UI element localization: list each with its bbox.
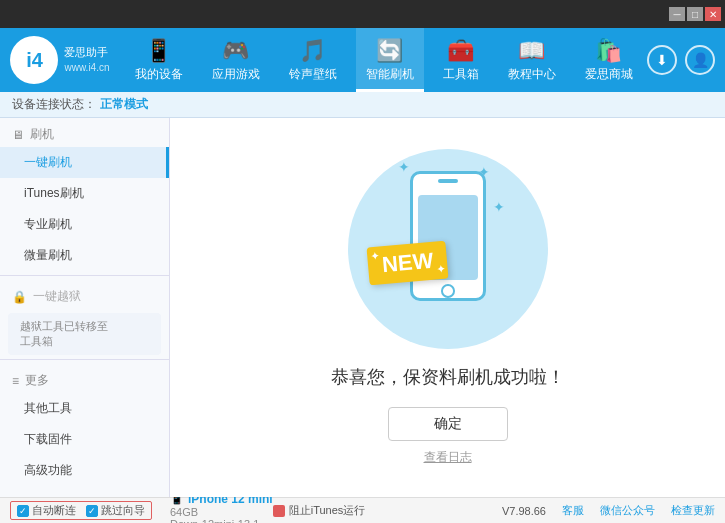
sidebar-section-flash: 🖥 刷机 bbox=[0, 118, 169, 147]
device-storage: 64GB bbox=[170, 506, 273, 518]
nav-my-device[interactable]: 📱 我的设备 bbox=[125, 28, 193, 92]
download-button[interactable]: ⬇ bbox=[647, 45, 677, 75]
nav-tutorial-label: 教程中心 bbox=[508, 66, 556, 83]
toolbox-icon: 🧰 bbox=[447, 38, 474, 64]
wechat-link[interactable]: 微信公众号 bbox=[600, 503, 655, 518]
update-link[interactable]: 检查更新 bbox=[671, 503, 715, 518]
header: i4 爱思助手 www.i4.cn 📱 我的设备 🎮 应用游戏 🎵 铃声壁纸 🔄… bbox=[0, 28, 725, 92]
logo-text: 爱思助手 www.i4.cn bbox=[64, 45, 109, 74]
sidebar-item-pro-flash[interactable]: 专业刷机 bbox=[0, 209, 169, 240]
content-area: ✦ ✦ ✦ NEW 恭喜您，保资料刷机成功啦！ 确定 查看日志 bbox=[170, 118, 725, 497]
device-os: Down-12mini-13,1 bbox=[170, 518, 273, 524]
maximize-button[interactable]: □ bbox=[687, 7, 703, 21]
service-link[interactable]: 客服 bbox=[562, 503, 584, 518]
itunes-stop-area[interactable]: 阻止iTunes运行 bbox=[273, 503, 502, 518]
logo-icon: i4 bbox=[10, 36, 58, 84]
sidebar-item-itunes-flash[interactable]: iTunes刷机 bbox=[0, 178, 169, 209]
nav-ringtone[interactable]: 🎵 铃声壁纸 bbox=[279, 28, 347, 92]
sidebar-section-more: ≡ 更多 bbox=[0, 364, 169, 393]
computer-icon: 🖥 bbox=[12, 128, 24, 142]
nav-apps-games-label: 应用游戏 bbox=[212, 66, 260, 83]
bottom-mid: 阻止iTunes运行 bbox=[273, 503, 502, 518]
sidebar-item-other-tools[interactable]: 其他工具 bbox=[0, 393, 169, 424]
checkbox-area: ✓ 自动断连 ✓ 跳过向导 bbox=[10, 501, 152, 520]
nav-apps-games[interactable]: 🎮 应用游戏 bbox=[202, 28, 270, 92]
new-banner-text: NEW bbox=[366, 241, 448, 286]
nav-toolbox[interactable]: 🧰 工具箱 bbox=[433, 28, 489, 92]
phone-speaker bbox=[438, 179, 458, 183]
skip-wizard-checkbox[interactable]: ✓ bbox=[86, 505, 98, 517]
nav-items: 📱 我的设备 🎮 应用游戏 🎵 铃声壁纸 🔄 智能刷机 🧰 工具箱 📖 教程中心… bbox=[120, 28, 647, 92]
nav-tutorial[interactable]: 📖 教程中心 bbox=[498, 28, 566, 92]
auto-disconnect-checkbox[interactable]: ✓ bbox=[17, 505, 29, 517]
lock-icon: 🔒 bbox=[12, 290, 27, 304]
view-log-link[interactable]: 查看日志 bbox=[424, 449, 472, 466]
flash-icon: 🔄 bbox=[376, 38, 403, 64]
stop-icon bbox=[273, 505, 285, 517]
sidebar-item-wipe-flash[interactable]: 微量刷机 bbox=[0, 240, 169, 271]
nav-smart-flash[interactable]: 🔄 智能刷机 bbox=[356, 28, 424, 92]
sidebar-item-advanced[interactable]: 高级功能 bbox=[0, 455, 169, 486]
bottom-right: V7.98.66 客服 微信公众号 检查更新 bbox=[502, 503, 715, 518]
nav-my-device-label: 我的设备 bbox=[135, 66, 183, 83]
more-icon: ≡ bbox=[12, 374, 19, 388]
sidebar-divider1 bbox=[0, 275, 169, 276]
nav-right: ⬇ 👤 bbox=[647, 45, 725, 75]
close-button[interactable]: ✕ bbox=[705, 7, 721, 21]
statusbar: 设备连接状态： 正常模式 bbox=[0, 92, 725, 118]
main-area: 🖥 刷机 一键刷机 iTunes刷机 专业刷机 微量刷机 🔒 一键越狱 越狱工具… bbox=[0, 118, 725, 497]
nav-smart-flash-label: 智能刷机 bbox=[366, 66, 414, 83]
nav-store-label: 爱思商城 bbox=[585, 66, 633, 83]
user-button[interactable]: 👤 bbox=[685, 45, 715, 75]
phone-illustration: ✦ ✦ ✦ NEW bbox=[348, 149, 548, 349]
sidebar-item-download-firmware[interactable]: 下载固件 bbox=[0, 424, 169, 455]
minimize-button[interactable]: ─ bbox=[669, 7, 685, 21]
nav-ringtone-label: 铃声壁纸 bbox=[289, 66, 337, 83]
statusbar-label: 设备连接状态： bbox=[12, 96, 96, 113]
success-message: 恭喜您，保资料刷机成功啦！ bbox=[331, 365, 565, 389]
skip-wizard-label: 跳过向导 bbox=[101, 503, 145, 518]
download-icon: ⬇ bbox=[656, 52, 668, 68]
confirm-button[interactable]: 确定 bbox=[388, 407, 508, 441]
new-badge: NEW bbox=[368, 244, 458, 294]
phone-icon: 📱 bbox=[145, 38, 172, 64]
ringtone-icon: 🎵 bbox=[299, 38, 326, 64]
titlebar: ─ □ ✕ bbox=[0, 0, 725, 28]
skip-wizard-checkbox-item[interactable]: ✓ 跳过向导 bbox=[86, 503, 145, 518]
sparkle-icon-3: ✦ bbox=[398, 159, 410, 175]
nav-store[interactable]: 🛍️ 爱思商城 bbox=[575, 28, 643, 92]
statusbar-value: 正常模式 bbox=[100, 96, 148, 113]
user-icon: 👤 bbox=[692, 52, 709, 68]
tutorial-icon: 📖 bbox=[518, 38, 545, 64]
sidebar-jailbreak-note: 越狱工具已转移至工具箱 bbox=[8, 313, 161, 355]
itunes-stop-label: 阻止iTunes运行 bbox=[289, 503, 366, 518]
sidebar-item-one-click-flash[interactable]: 一键刷机 bbox=[0, 147, 169, 178]
logo-area: i4 爱思助手 www.i4.cn bbox=[0, 28, 120, 92]
auto-disconnect-label: 自动断连 bbox=[32, 503, 76, 518]
auto-disconnect-checkbox-item[interactable]: ✓ 自动断连 bbox=[17, 503, 76, 518]
sidebar-jailbreak-section: 🔒 一键越狱 bbox=[0, 280, 169, 309]
bottombar: ✓ 自动断连 ✓ 跳过向导 📱 iPhone 12 mini 64GB Down… bbox=[0, 497, 725, 523]
store-icon: 🛍️ bbox=[595, 38, 622, 64]
sparkle-icon-2: ✦ bbox=[493, 199, 505, 215]
sidebar-divider2 bbox=[0, 359, 169, 360]
nav-toolbox-label: 工具箱 bbox=[443, 66, 479, 83]
sidebar: 🖥 刷机 一键刷机 iTunes刷机 专业刷机 微量刷机 🔒 一键越狱 越狱工具… bbox=[0, 118, 170, 497]
version-label: V7.98.66 bbox=[502, 505, 546, 517]
games-icon: 🎮 bbox=[222, 38, 249, 64]
